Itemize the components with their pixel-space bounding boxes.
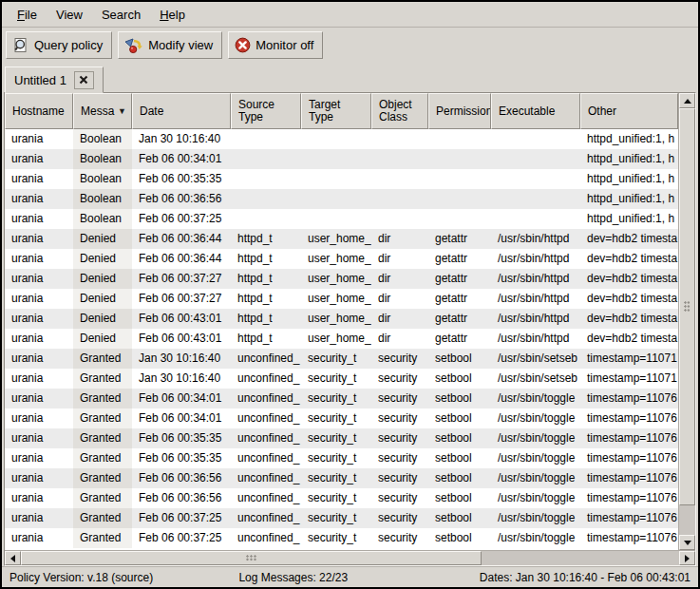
table-row[interactable]: uraniaDeniedFeb 06 00:43:01httpd_tuser_h… <box>5 309 678 329</box>
cell-obj: dir <box>371 249 428 269</box>
cell-date: Feb 06 00:34:01 <box>132 389 231 408</box>
table-row[interactable]: uraniaDeniedFeb 06 00:37:27httpd_tuser_h… <box>5 269 678 289</box>
modify-view-button[interactable]: Modify view <box>118 31 222 59</box>
cell-obj <box>371 149 428 169</box>
menu-file[interactable]: File <box>8 4 47 26</box>
cell-date: Feb 06 00:36:56 <box>132 189 231 209</box>
cell-obj: security <box>371 389 428 408</box>
scroll-down-button[interactable] <box>679 535 695 550</box>
cell-perm: getattr <box>428 229 491 249</box>
cell-src: unconfined_ <box>231 488 301 508</box>
cell-date: Feb 06 00:35:35 <box>132 169 231 189</box>
table-row[interactable]: uraniaBooleanFeb 06 00:36:56httpd_unifie… <box>5 189 678 209</box>
cell-perm <box>428 129 491 149</box>
vertical-scroll-track[interactable] <box>679 108 695 535</box>
cell-date: Feb 06 00:36:56 <box>132 488 231 508</box>
menu-help[interactable]: Help <box>150 4 195 26</box>
column-header-tgt[interactable]: Target Type <box>301 93 371 129</box>
table-row[interactable]: uraniaGrantedJan 30 10:16:40unconfined_s… <box>5 369 678 389</box>
cell-exe: /usr/sbin/setseb <box>491 349 580 369</box>
table-body: uraniaBooleanJan 30 10:16:40httpd_unifie… <box>5 129 678 550</box>
column-header-date[interactable]: Date <box>132 93 231 129</box>
menu-search[interactable]: Search <box>92 4 150 26</box>
table-row[interactable]: uraniaBooleanFeb 06 00:37:25httpd_unifie… <box>5 209 678 229</box>
cell-host: urania <box>5 448 73 468</box>
cell-src: httpd_t <box>231 229 301 249</box>
cell-other: timestamp=11076 <box>580 389 678 408</box>
cell-tgt: security_t <box>301 389 371 408</box>
cell-other: dev=hdb2 timesta <box>580 229 678 249</box>
cell-src: unconfined_ <box>231 349 301 369</box>
arrow-left-icon <box>10 555 15 562</box>
table-row[interactable]: uraniaGrantedFeb 06 00:34:01unconfined_s… <box>5 389 678 408</box>
table-row[interactable]: uraniaBooleanFeb 06 00:35:35httpd_unifie… <box>5 169 678 189</box>
modify-view-label: Modify view <box>148 38 213 52</box>
cell-host: urania <box>5 229 73 249</box>
column-header-host[interactable]: Hostname <box>5 93 73 129</box>
column-header-other[interactable]: Other <box>580 93 678 129</box>
cell-other: timestamp=11076 <box>580 488 678 508</box>
vertical-scroll-thumb[interactable] <box>679 108 695 505</box>
table-row[interactable]: uraniaDeniedFeb 06 00:36:44httpd_tuser_h… <box>5 249 678 269</box>
cell-tgt: user_home_ <box>301 249 371 269</box>
scroll-grip-icon <box>684 301 691 312</box>
column-header-label: Hostname <box>12 105 65 118</box>
column-header-src[interactable]: Source Type <box>231 93 301 129</box>
column-header-msg[interactable]: Messa▼ <box>73 93 132 129</box>
cell-src: unconfined_ <box>231 448 301 468</box>
table-row[interactable]: uraniaDeniedFeb 06 00:43:01httpd_tuser_h… <box>5 329 678 349</box>
table-row[interactable]: uraniaBooleanFeb 06 00:34:01httpd_unifie… <box>5 149 678 169</box>
tab-close-button[interactable] <box>74 71 94 89</box>
cell-other: dev=hdb2 timesta <box>580 329 678 349</box>
column-header-label: Object Class <box>379 99 423 124</box>
cell-date: Jan 30 10:16:40 <box>132 349 231 369</box>
table-row[interactable]: uraniaGrantedFeb 06 00:35:35unconfined_s… <box>5 428 678 448</box>
cell-tgt <box>301 209 371 229</box>
table-row[interactable]: uraniaDeniedFeb 06 00:36:44httpd_tuser_h… <box>5 229 678 249</box>
horizontal-scrollbar[interactable] <box>5 550 695 565</box>
tab-untitled-1[interactable]: Untitled 1 <box>5 66 104 93</box>
cell-msg: Granted <box>73 428 132 448</box>
cell-src: unconfined_ <box>231 468 301 488</box>
cell-obj: security <box>371 468 428 488</box>
cell-exe: /usr/sbin/toggle <box>491 389 580 408</box>
vertical-scrollbar[interactable] <box>678 93 695 550</box>
close-icon <box>79 73 88 87</box>
table-row[interactable]: uraniaGrantedFeb 06 00:37:25unconfined_s… <box>5 508 678 528</box>
table-row[interactable]: uraniaGrantedFeb 06 00:34:01unconfined_s… <box>5 408 678 428</box>
table-row[interactable]: uraniaBooleanJan 30 10:16:40httpd_unifie… <box>5 129 678 149</box>
scroll-up-button[interactable] <box>679 93 695 108</box>
cell-exe: /usr/sbin/toggle <box>491 448 580 468</box>
menu-view[interactable]: View <box>47 4 92 26</box>
cell-perm: setbool <box>428 428 491 448</box>
cell-date: Feb 06 00:35:35 <box>132 448 231 468</box>
column-header-label: Target Type <box>309 99 366 124</box>
horizontal-scroll-track[interactable] <box>21 551 679 565</box>
cell-host: urania <box>5 389 73 408</box>
table-row[interactable]: uraniaDeniedFeb 06 00:37:27httpd_tuser_h… <box>5 289 678 309</box>
cell-host: urania <box>5 269 73 289</box>
query-policy-button[interactable]: Query policy <box>6 31 112 59</box>
cell-date: Feb 06 00:37:25 <box>132 528 231 548</box>
scroll-right-button[interactable] <box>679 551 695 565</box>
cell-perm: getattr <box>428 289 491 309</box>
table-row[interactable]: uraniaGrantedFeb 06 00:37:25unconfined_s… <box>5 528 678 548</box>
column-header-exe[interactable]: Executable <box>491 93 580 129</box>
horizontal-scroll-thumb[interactable] <box>21 551 482 565</box>
column-header-perm[interactable]: Permission <box>428 93 491 129</box>
table-row[interactable]: uraniaGrantedFeb 06 00:36:56unconfined_s… <box>5 488 678 508</box>
cell-src <box>231 149 301 169</box>
cell-msg: Boolean <box>73 169 132 189</box>
cell-date: Feb 06 00:37:25 <box>132 508 231 528</box>
cell-msg: Granted <box>73 508 132 528</box>
column-header-label: Source Type <box>238 99 295 124</box>
monitor-off-button[interactable]: Monitor off <box>228 31 323 59</box>
modify-view-icon <box>124 37 143 54</box>
table-row[interactable]: uraniaGrantedFeb 06 00:35:35unconfined_s… <box>5 448 678 468</box>
cell-exe <box>491 189 580 209</box>
table-row[interactable]: uraniaGrantedJan 30 10:16:40unconfined_s… <box>5 349 678 369</box>
column-header-obj[interactable]: Object Class <box>371 93 428 129</box>
table-row[interactable]: uraniaGrantedFeb 06 00:36:56unconfined_s… <box>5 468 678 488</box>
scroll-left-button[interactable] <box>5 551 21 565</box>
cell-perm <box>428 169 491 189</box>
